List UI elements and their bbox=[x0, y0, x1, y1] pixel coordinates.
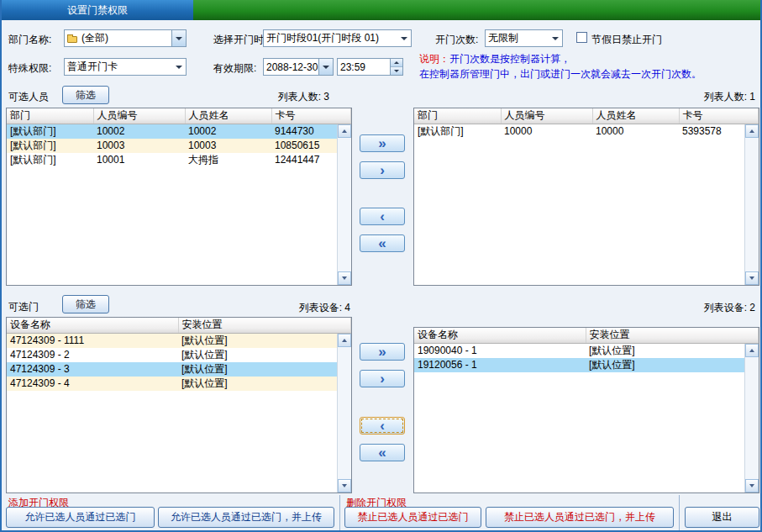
deny-selected-upload-button[interactable]: 禁止已选人员通过已选门，并上传 bbox=[486, 507, 674, 528]
table-row[interactable]: 47124309 - 4[默认位置] bbox=[7, 377, 351, 391]
note-text: 说明：开门次数是按控制器计算， 在控制器所管理门中，出门或进门一次就会减去一次开… bbox=[419, 51, 702, 82]
scroll-track[interactable] bbox=[745, 138, 759, 271]
left-arrow-icon: ‹ bbox=[380, 419, 385, 433]
table-cell: [默认位置] bbox=[178, 348, 351, 362]
left-arrow-icon: ‹ bbox=[380, 209, 385, 224]
chevron-down-icon[interactable] bbox=[171, 30, 186, 46]
period-combobox[interactable]: 开门时段01(开门时段 01) bbox=[263, 29, 412, 47]
table-row[interactable]: [默认部门]100031000310850615 bbox=[7, 139, 351, 153]
persons-available-list[interactable]: 部门人员编号人员姓名卡号[默认部门]10002100029144730[默认部门… bbox=[6, 108, 352, 286]
chevron-down-icon[interactable] bbox=[397, 30, 411, 46]
table-row[interactable]: 47124309 - 1111[默认位置] bbox=[7, 333, 351, 348]
table-row[interactable]: 47124309 - 3[默认位置] bbox=[7, 362, 351, 377]
table-row[interactable]: [默认部门]10000100005393578 bbox=[414, 124, 759, 139]
table-row[interactable]: 47124309 - 2[默认位置] bbox=[7, 348, 351, 362]
persons-section-label: 可选人员 bbox=[8, 90, 49, 104]
chevron-down-icon[interactable] bbox=[171, 59, 186, 75]
open-count-combobox[interactable]: 无限制 bbox=[485, 29, 563, 47]
column-header[interactable]: 设备名称 bbox=[414, 328, 586, 343]
deny-selected-button[interactable]: 禁止已选人员通过已选门 bbox=[344, 507, 481, 528]
dept-combobox[interactable]: (全部) bbox=[64, 29, 187, 47]
validity-time-value: 23:59 bbox=[338, 59, 390, 75]
scroll-down-button[interactable] bbox=[338, 271, 351, 285]
dept-combobox-value: (全部) bbox=[79, 31, 171, 45]
persons-selected-list[interactable]: 部门人员编号人员姓名卡号[默认部门]10000100005393578 bbox=[413, 108, 759, 286]
column-header[interactable]: 部门 bbox=[414, 108, 501, 124]
open-count-combobox-value: 无限制 bbox=[486, 31, 548, 45]
table-cell: [默认位置] bbox=[586, 343, 759, 358]
persons-move-all-left-button[interactable]: « bbox=[360, 234, 405, 252]
scroll-down-button[interactable] bbox=[338, 479, 351, 492]
table-row[interactable]: [默认部门]10001大拇指12441447 bbox=[7, 153, 351, 167]
table-cell: 47124309 - 1111 bbox=[7, 333, 178, 348]
exit-button[interactable]: 退出 bbox=[685, 507, 759, 528]
vertical-scrollbar[interactable] bbox=[744, 124, 759, 285]
column-header[interactable]: 安装位置 bbox=[178, 318, 351, 333]
allow-selected-button[interactable]: 允许已选人员通过已选门 bbox=[6, 507, 155, 528]
validity-date-value: 2088-12-30 bbox=[264, 61, 318, 73]
deny-selected-upload-button-label: 禁止已选人员通过已选门，并上传 bbox=[504, 510, 655, 524]
doors-move-all-right-button[interactable]: » bbox=[360, 343, 405, 361]
vertical-scrollbar[interactable] bbox=[744, 344, 759, 492]
window-title-tab[interactable]: 设置门禁权限 bbox=[2, 0, 193, 20]
doors-selected-list[interactable]: 设备名称安装位置19090040 - 1[默认位置]19120056 - 1[默… bbox=[413, 327, 759, 493]
chevron-down-icon[interactable] bbox=[318, 59, 333, 75]
persons-move-all-right-button[interactable]: » bbox=[360, 134, 405, 152]
titlebar-strip bbox=[193, 0, 760, 20]
doors-filter-button[interactable]: 筛选 bbox=[62, 295, 109, 313]
doors-available-list[interactable]: 设备名称安装位置47124309 - 1111[默认位置]47124309 - … bbox=[6, 317, 352, 493]
column-header[interactable]: 人员姓名 bbox=[185, 108, 271, 124]
scroll-down-button[interactable] bbox=[745, 271, 759, 285]
table-row[interactable]: 19120056 - 1[默认位置] bbox=[414, 358, 759, 372]
scroll-down-button[interactable] bbox=[745, 479, 759, 492]
header-row: 设备名称安装位置 bbox=[414, 328, 759, 343]
column-header[interactable]: 人员编号 bbox=[93, 108, 185, 124]
holiday-checkbox[interactable] bbox=[576, 32, 587, 43]
validity-time-spinner[interactable]: 23:59 bbox=[337, 58, 403, 76]
doors-section-label: 可选门 bbox=[8, 300, 39, 314]
scroll-up-button[interactable] bbox=[338, 124, 351, 138]
scroll-track[interactable] bbox=[338, 347, 351, 479]
column-header[interactable]: 卡号 bbox=[271, 108, 351, 124]
validity-date-picker[interactable]: 2088-12-30 bbox=[263, 58, 334, 76]
doors-move-left-button[interactable]: ‹ bbox=[360, 417, 405, 435]
scroll-up-button[interactable] bbox=[745, 124, 759, 138]
right-arrow-icon: › bbox=[380, 163, 385, 177]
table-cell: [默认位置] bbox=[178, 333, 351, 348]
column-header[interactable]: 设备名称 bbox=[7, 318, 178, 333]
chevron-down-icon[interactable] bbox=[548, 30, 562, 46]
table-cell: 47124309 - 4 bbox=[7, 377, 178, 391]
scroll-track[interactable] bbox=[745, 357, 759, 479]
persons-move-right-button[interactable]: › bbox=[360, 161, 405, 179]
column-header[interactable]: 部门 bbox=[7, 108, 93, 124]
table-row[interactable]: 19090040 - 1[默认位置] bbox=[414, 343, 759, 358]
persons-move-left-button[interactable]: ‹ bbox=[360, 208, 405, 225]
table-cell: [默认位置] bbox=[586, 358, 759, 372]
persons-filter-button[interactable]: 筛选 bbox=[62, 86, 109, 104]
scroll-track[interactable] bbox=[338, 138, 351, 271]
column-header[interactable]: 人员姓名 bbox=[592, 108, 679, 124]
double-left-arrow-icon: « bbox=[378, 445, 386, 460]
double-right-arrow-icon: » bbox=[378, 136, 386, 150]
table-cell: 大拇指 bbox=[185, 153, 271, 167]
vertical-scrollbar[interactable] bbox=[337, 124, 351, 285]
vertical-scrollbar[interactable] bbox=[337, 334, 351, 492]
page-title: 设置门禁权限 bbox=[67, 3, 128, 18]
doors-move-all-left-button[interactable]: « bbox=[360, 444, 405, 461]
column-header[interactable]: 人员编号 bbox=[501, 108, 592, 124]
scroll-up-button[interactable] bbox=[338, 334, 351, 347]
table-row[interactable]: [默认部门]10002100029144730 bbox=[7, 124, 351, 139]
spin-up-button[interactable] bbox=[391, 59, 402, 67]
special-combobox[interactable]: 普通开门卡 bbox=[64, 58, 187, 76]
period-combobox-value: 开门时段01(开门时段 01) bbox=[264, 31, 397, 45]
spin-down-button[interactable] bbox=[391, 67, 402, 75]
table-cell: 10003 bbox=[93, 139, 185, 153]
doors-left-count: 列表设备: 4 bbox=[258, 301, 350, 315]
column-header[interactable]: 卡号 bbox=[679, 108, 759, 124]
footer-divider bbox=[679, 495, 680, 530]
column-header[interactable]: 安装位置 bbox=[586, 328, 759, 343]
table-cell: 10001 bbox=[93, 153, 185, 167]
doors-move-right-button[interactable]: › bbox=[360, 370, 405, 387]
scroll-up-button[interactable] bbox=[745, 344, 759, 357]
allow-selected-upload-button[interactable]: 允许已选人员通过已选门，并上传 bbox=[158, 507, 334, 528]
